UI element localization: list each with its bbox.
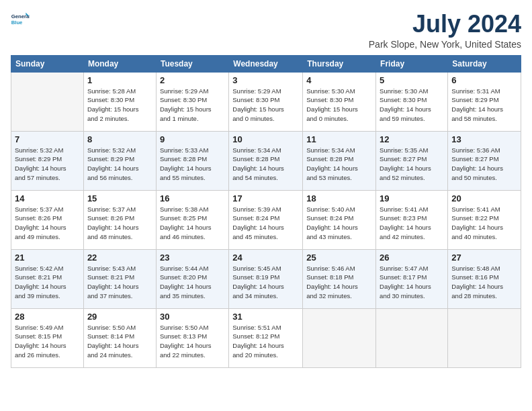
day-info: Sunrise: 5:43 AMSunset: 8:21 PMDaylight:… <box>87 264 152 301</box>
day-info: Sunrise: 5:29 AMSunset: 8:30 PMDaylight:… <box>160 87 225 124</box>
table-row: 8Sunrise: 5:32 AMSunset: 8:29 PMDaylight… <box>83 131 156 190</box>
day-info: Sunrise: 5:40 AMSunset: 8:24 PMDaylight:… <box>306 205 372 242</box>
day-number: 8 <box>87 134 152 144</box>
calendar-header: Sunday Monday Tuesday Wednesday Thursday… <box>11 55 521 72</box>
day-info: Sunrise: 5:38 AMSunset: 8:25 PMDaylight:… <box>160 205 225 242</box>
table-row: 3Sunrise: 5:29 AMSunset: 8:30 PMDaylight… <box>229 72 303 131</box>
day-number: 1 <box>87 75 152 85</box>
table-row: 18Sunrise: 5:40 AMSunset: 8:24 PMDayligh… <box>303 190 376 249</box>
day-info: Sunrise: 5:33 AMSunset: 8:28 PMDaylight:… <box>160 146 225 183</box>
col-saturday: Saturday <box>448 55 521 72</box>
day-number: 30 <box>160 312 225 322</box>
day-info: Sunrise: 5:36 AMSunset: 8:27 PMDaylight:… <box>451 146 517 183</box>
col-tuesday: Tuesday <box>156 55 228 72</box>
day-info: Sunrise: 5:42 AMSunset: 8:21 PMDaylight:… <box>15 264 80 301</box>
day-number: 4 <box>306 75 372 85</box>
table-row: 31Sunrise: 5:51 AMSunset: 8:12 PMDayligh… <box>229 308 303 367</box>
day-number: 23 <box>160 253 225 263</box>
table-row: 22Sunrise: 5:43 AMSunset: 8:21 PMDayligh… <box>83 249 156 308</box>
header-row: Sunday Monday Tuesday Wednesday Thursday… <box>11 55 521 72</box>
day-number: 18 <box>306 193 372 203</box>
table-row: 2Sunrise: 5:29 AMSunset: 8:30 PMDaylight… <box>156 72 228 131</box>
day-info: Sunrise: 5:29 AMSunset: 8:30 PMDaylight:… <box>232 87 299 124</box>
day-number: 17 <box>232 193 299 203</box>
svg-text:Blue: Blue <box>11 19 23 26</box>
day-info: Sunrise: 5:41 AMSunset: 8:23 PMDaylight:… <box>380 205 444 242</box>
table-row <box>376 308 448 367</box>
day-number: 31 <box>232 312 299 322</box>
day-info: Sunrise: 5:48 AMSunset: 8:16 PMDaylight:… <box>451 264 517 301</box>
day-number: 2 <box>160 75 225 85</box>
table-row: 29Sunrise: 5:50 AMSunset: 8:14 PMDayligh… <box>83 308 156 367</box>
day-info: Sunrise: 5:30 AMSunset: 8:30 PMDaylight:… <box>380 87 444 124</box>
day-info: Sunrise: 5:34 AMSunset: 8:28 PMDaylight:… <box>306 146 372 183</box>
day-info: Sunrise: 5:50 AMSunset: 8:14 PMDaylight:… <box>87 323 152 360</box>
day-number: 9 <box>160 134 225 144</box>
calendar-table: Sunday Monday Tuesday Wednesday Thursday… <box>11 55 521 368</box>
table-row: 19Sunrise: 5:41 AMSunset: 8:23 PMDayligh… <box>376 190 448 249</box>
day-number: 6 <box>451 75 517 85</box>
col-thursday: Thursday <box>303 55 376 72</box>
day-info: Sunrise: 5:50 AMSunset: 8:13 PMDaylight:… <box>160 323 225 360</box>
table-row: 9Sunrise: 5:33 AMSunset: 8:28 PMDaylight… <box>156 131 228 190</box>
day-number: 15 <box>87 193 152 203</box>
table-row: 25Sunrise: 5:46 AMSunset: 8:18 PMDayligh… <box>303 249 376 308</box>
day-info: Sunrise: 5:47 AMSunset: 8:17 PMDaylight:… <box>380 264 444 301</box>
table-row <box>11 72 84 131</box>
table-row: 26Sunrise: 5:47 AMSunset: 8:17 PMDayligh… <box>376 249 448 308</box>
day-number: 26 <box>380 253 444 263</box>
day-number: 5 <box>380 75 444 85</box>
day-number: 29 <box>87 312 152 322</box>
day-info: Sunrise: 5:49 AMSunset: 8:15 PMDaylight:… <box>15 323 80 360</box>
col-monday: Monday <box>83 55 156 72</box>
day-info: Sunrise: 5:32 AMSunset: 8:29 PMDaylight:… <box>15 146 80 183</box>
table-row: 15Sunrise: 5:37 AMSunset: 8:26 PMDayligh… <box>83 190 156 249</box>
day-number: 20 <box>451 193 517 203</box>
page-header: General Blue July 2024 Park Slope, New Y… <box>11 11 521 50</box>
day-info: Sunrise: 5:46 AMSunset: 8:18 PMDaylight:… <box>306 264 372 301</box>
table-row: 13Sunrise: 5:36 AMSunset: 8:27 PMDayligh… <box>448 131 521 190</box>
table-row: 11Sunrise: 5:34 AMSunset: 8:28 PMDayligh… <box>303 131 376 190</box>
day-info: Sunrise: 5:39 AMSunset: 8:24 PMDaylight:… <box>232 205 299 242</box>
col-sunday: Sunday <box>11 55 84 72</box>
table-row: 5Sunrise: 5:30 AMSunset: 8:30 PMDaylight… <box>376 72 448 131</box>
day-number: 13 <box>451 134 517 144</box>
table-row: 6Sunrise: 5:31 AMSunset: 8:29 PMDaylight… <box>448 72 521 131</box>
day-info: Sunrise: 5:45 AMSunset: 8:19 PMDaylight:… <box>232 264 299 301</box>
table-row: 30Sunrise: 5:50 AMSunset: 8:13 PMDayligh… <box>156 308 228 367</box>
table-row: 17Sunrise: 5:39 AMSunset: 8:24 PMDayligh… <box>229 190 303 249</box>
table-row: 20Sunrise: 5:41 AMSunset: 8:22 PMDayligh… <box>448 190 521 249</box>
col-wednesday: Wednesday <box>229 55 303 72</box>
day-info: Sunrise: 5:37 AMSunset: 8:26 PMDaylight:… <box>87 205 152 242</box>
col-friday: Friday <box>376 55 448 72</box>
day-info: Sunrise: 5:41 AMSunset: 8:22 PMDaylight:… <box>451 205 517 242</box>
title-section: July 2024 Park Slope, New York, United S… <box>369 11 521 50</box>
day-number: 14 <box>15 193 80 203</box>
table-row: 4Sunrise: 5:30 AMSunset: 8:30 PMDaylight… <box>303 72 376 131</box>
day-number: 27 <box>451 253 517 263</box>
location: Park Slope, New York, United States <box>369 39 521 50</box>
day-number: 22 <box>87 253 152 263</box>
day-info: Sunrise: 5:44 AMSunset: 8:20 PMDaylight:… <box>160 264 225 301</box>
table-row: 23Sunrise: 5:44 AMSunset: 8:20 PMDayligh… <box>156 249 228 308</box>
day-number: 11 <box>306 134 372 144</box>
calendar-body: 1Sunrise: 5:28 AMSunset: 8:30 PMDaylight… <box>11 72 521 367</box>
table-row: 21Sunrise: 5:42 AMSunset: 8:21 PMDayligh… <box>11 249 84 308</box>
table-row: 16Sunrise: 5:38 AMSunset: 8:25 PMDayligh… <box>156 190 228 249</box>
logo-icon: General Blue <box>11 11 30 30</box>
day-info: Sunrise: 5:28 AMSunset: 8:30 PMDaylight:… <box>87 87 152 124</box>
table-row: 10Sunrise: 5:34 AMSunset: 8:28 PMDayligh… <box>229 131 303 190</box>
table-row: 1Sunrise: 5:28 AMSunset: 8:30 PMDaylight… <box>83 72 156 131</box>
day-number: 7 <box>15 134 80 144</box>
day-info: Sunrise: 5:31 AMSunset: 8:29 PMDaylight:… <box>451 87 517 124</box>
day-number: 28 <box>15 312 80 322</box>
table-row <box>303 308 376 367</box>
day-number: 19 <box>380 193 444 203</box>
month-title: July 2024 <box>369 11 521 38</box>
table-row: 12Sunrise: 5:35 AMSunset: 8:27 PMDayligh… <box>376 131 448 190</box>
day-info: Sunrise: 5:37 AMSunset: 8:26 PMDaylight:… <box>15 205 80 242</box>
day-info: Sunrise: 5:32 AMSunset: 8:29 PMDaylight:… <box>87 146 152 183</box>
day-number: 24 <box>232 253 299 263</box>
day-info: Sunrise: 5:51 AMSunset: 8:12 PMDaylight:… <box>232 323 299 360</box>
day-number: 10 <box>232 134 299 144</box>
